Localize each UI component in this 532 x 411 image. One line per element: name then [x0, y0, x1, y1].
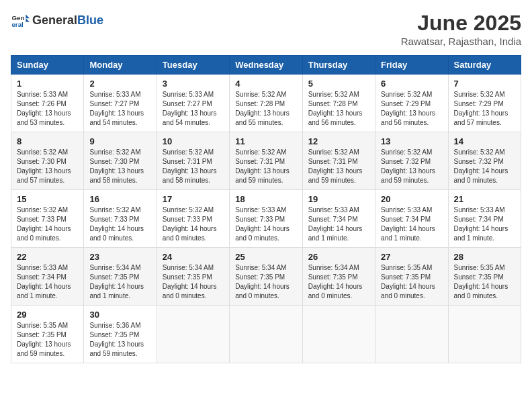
day-number: 18 [235, 194, 296, 204]
day-number: 17 [163, 194, 224, 204]
day-number: 1 [17, 79, 78, 89]
calendar-cell: 14Sunrise: 5:32 AMSunset: 7:32 PMDayligh… [448, 132, 521, 190]
day-info: Sunrise: 5:35 AMSunset: 7:35 PMDaylight:… [17, 321, 78, 359]
day-info: Sunrise: 5:34 AMSunset: 7:35 PMDaylight:… [89, 263, 150, 301]
calendar-cell: 22Sunrise: 5:33 AMSunset: 7:34 PMDayligh… [11, 248, 84, 306]
calendar-cell [448, 306, 521, 363]
calendar-cell: 16Sunrise: 5:32 AMSunset: 7:33 PMDayligh… [84, 190, 157, 248]
col-header-thursday: Thursday [302, 56, 375, 75]
day-number: 22 [17, 252, 78, 262]
logo-text-general: General [32, 13, 77, 27]
day-info: Sunrise: 5:33 AMSunset: 7:26 PMDaylight:… [17, 90, 78, 128]
col-header-friday: Friday [375, 56, 448, 75]
day-info: Sunrise: 5:33 AMSunset: 7:34 PMDaylight:… [381, 205, 442, 243]
day-number: 24 [163, 252, 224, 262]
day-number: 19 [308, 194, 369, 204]
calendar-week-5: 29Sunrise: 5:35 AMSunset: 7:35 PMDayligh… [11, 306, 521, 363]
day-number: 6 [381, 79, 442, 89]
day-number: 29 [17, 310, 78, 320]
calendar-week-4: 22Sunrise: 5:33 AMSunset: 7:34 PMDayligh… [11, 248, 521, 306]
day-info: Sunrise: 5:35 AMSunset: 7:35 PMDaylight:… [381, 263, 442, 301]
day-info: Sunrise: 5:32 AMSunset: 7:30 PMDaylight:… [17, 148, 78, 185]
calendar-cell [230, 306, 302, 363]
calendar-cell: 23Sunrise: 5:34 AMSunset: 7:35 PMDayligh… [84, 248, 157, 306]
calendar-cell [375, 306, 448, 363]
day-info: Sunrise: 5:32 AMSunset: 7:31 PMDaylight:… [235, 148, 296, 185]
calendar-week-2: 8Sunrise: 5:32 AMSunset: 7:30 PMDaylight… [11, 132, 521, 190]
calendar-cell: 9Sunrise: 5:32 AMSunset: 7:30 PMDaylight… [84, 132, 157, 190]
calendar-cell: 27Sunrise: 5:35 AMSunset: 7:35 PMDayligh… [375, 248, 448, 306]
day-info: Sunrise: 5:32 AMSunset: 7:29 PMDaylight:… [381, 90, 442, 128]
day-info: Sunrise: 5:34 AMSunset: 7:35 PMDaylight:… [308, 263, 369, 301]
logo-text-blue: Blue [77, 13, 103, 27]
calendar-cell: 21Sunrise: 5:33 AMSunset: 7:34 PMDayligh… [448, 190, 521, 248]
day-info: Sunrise: 5:32 AMSunset: 7:30 PMDaylight:… [89, 148, 150, 185]
col-header-saturday: Saturday [448, 56, 521, 75]
day-info: Sunrise: 5:34 AMSunset: 7:35 PMDaylight:… [163, 263, 224, 301]
day-number: 8 [17, 136, 78, 146]
day-info: Sunrise: 5:32 AMSunset: 7:31 PMDaylight:… [163, 148, 224, 185]
calendar-cell [157, 306, 229, 363]
day-number: 9 [89, 136, 150, 146]
calendar-cell: 8Sunrise: 5:32 AMSunset: 7:30 PMDaylight… [11, 132, 84, 190]
day-number: 3 [163, 79, 224, 89]
day-number: 21 [454, 194, 515, 204]
day-number: 26 [308, 252, 369, 262]
day-info: Sunrise: 5:33 AMSunset: 7:33 PMDaylight:… [235, 205, 296, 243]
day-info: Sunrise: 5:35 AMSunset: 7:35 PMDaylight:… [454, 263, 515, 301]
day-number: 14 [454, 136, 515, 146]
day-info: Sunrise: 5:33 AMSunset: 7:34 PMDaylight:… [17, 263, 78, 301]
day-number: 27 [381, 252, 442, 262]
calendar-cell: 28Sunrise: 5:35 AMSunset: 7:35 PMDayligh… [448, 248, 521, 306]
calendar-cell: 25Sunrise: 5:34 AMSunset: 7:35 PMDayligh… [230, 248, 302, 306]
location-subtitle: Rawatsar, Rajasthan, India [401, 36, 521, 47]
svg-marker-3 [26, 18, 30, 22]
calendar-cell: 7Sunrise: 5:32 AMSunset: 7:29 PMDaylight… [448, 75, 521, 132]
day-number: 7 [454, 79, 515, 89]
day-info: Sunrise: 5:32 AMSunset: 7:33 PMDaylight:… [163, 205, 224, 243]
col-header-wednesday: Wednesday [230, 56, 302, 75]
calendar-cell: 17Sunrise: 5:32 AMSunset: 7:33 PMDayligh… [157, 190, 229, 248]
calendar-cell: 10Sunrise: 5:32 AMSunset: 7:31 PMDayligh… [157, 132, 229, 190]
day-number: 28 [454, 252, 515, 262]
logo-icon: Gen eral [11, 11, 30, 30]
month-title: June 2025 [401, 11, 521, 36]
day-number: 11 [235, 136, 296, 146]
calendar-cell: 4Sunrise: 5:32 AMSunset: 7:28 PMDaylight… [230, 75, 302, 132]
day-number: 12 [308, 136, 369, 146]
day-number: 20 [381, 194, 442, 204]
calendar-cell: 24Sunrise: 5:34 AMSunset: 7:35 PMDayligh… [157, 248, 229, 306]
calendar-week-3: 15Sunrise: 5:32 AMSunset: 7:33 PMDayligh… [11, 190, 521, 248]
title-block: June 2025 Rawatsar, Rajasthan, India [401, 11, 521, 47]
day-info: Sunrise: 5:32 AMSunset: 7:32 PMDaylight:… [454, 148, 515, 185]
calendar-cell: 20Sunrise: 5:33 AMSunset: 7:34 PMDayligh… [375, 190, 448, 248]
calendar-cell [302, 306, 375, 363]
day-number: 16 [89, 194, 150, 204]
svg-text:eral: eral [11, 21, 24, 28]
svg-marker-2 [26, 15, 30, 19]
calendar-cell: 19Sunrise: 5:33 AMSunset: 7:34 PMDayligh… [302, 190, 375, 248]
calendar-cell: 2Sunrise: 5:33 AMSunset: 7:27 PMDaylight… [84, 75, 157, 132]
day-info: Sunrise: 5:33 AMSunset: 7:34 PMDaylight:… [454, 205, 515, 243]
calendar-cell: 5Sunrise: 5:32 AMSunset: 7:28 PMDaylight… [302, 75, 375, 132]
day-info: Sunrise: 5:32 AMSunset: 7:32 PMDaylight:… [381, 148, 442, 185]
calendar-cell: 30Sunrise: 5:36 AMSunset: 7:35 PMDayligh… [84, 306, 157, 363]
calendar-table: SundayMondayTuesdayWednesdayThursdayFrid… [11, 55, 521, 363]
day-number: 25 [235, 252, 296, 262]
day-info: Sunrise: 5:32 AMSunset: 7:33 PMDaylight:… [89, 205, 150, 243]
day-info: Sunrise: 5:32 AMSunset: 7:31 PMDaylight:… [308, 148, 369, 185]
calendar-cell: 6Sunrise: 5:32 AMSunset: 7:29 PMDaylight… [375, 75, 448, 132]
day-number: 2 [89, 79, 150, 89]
day-number: 4 [235, 79, 296, 89]
day-number: 15 [17, 194, 78, 204]
calendar-cell: 15Sunrise: 5:32 AMSunset: 7:33 PMDayligh… [11, 190, 84, 248]
page-header: Gen eral GeneralBlue June 2025 Rawatsar,… [11, 11, 521, 47]
day-info: Sunrise: 5:32 AMSunset: 7:28 PMDaylight:… [235, 90, 296, 128]
day-info: Sunrise: 5:36 AMSunset: 7:35 PMDaylight:… [89, 321, 150, 359]
day-info: Sunrise: 5:33 AMSunset: 7:34 PMDaylight:… [308, 205, 369, 243]
calendar-header-row: SundayMondayTuesdayWednesdayThursdayFrid… [11, 56, 521, 75]
col-header-tuesday: Tuesday [157, 56, 229, 75]
calendar-cell: 3Sunrise: 5:33 AMSunset: 7:27 PMDaylight… [157, 75, 229, 132]
col-header-monday: Monday [84, 56, 157, 75]
calendar-cell: 29Sunrise: 5:35 AMSunset: 7:35 PMDayligh… [11, 306, 84, 363]
